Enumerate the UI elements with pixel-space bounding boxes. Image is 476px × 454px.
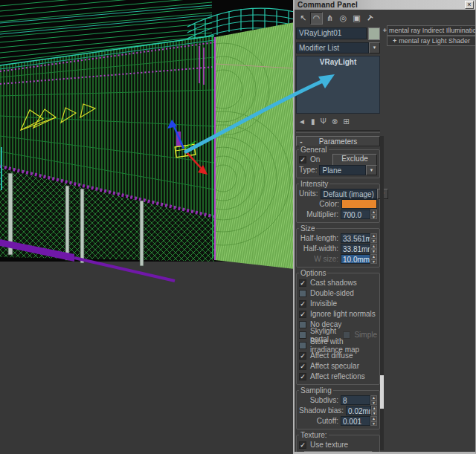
titlebar[interactable]: Command Panel × xyxy=(295,0,475,10)
multiplier-label: Multiplier: xyxy=(306,210,338,218)
half-length-label: Half-length: xyxy=(300,234,338,242)
window-title: Command Panel xyxy=(298,1,465,9)
w-size-field[interactable]: 10.0mm xyxy=(341,254,370,264)
invisible-checkbox[interactable]: ✓ xyxy=(299,300,306,308)
light-color-swatch[interactable] xyxy=(341,199,377,209)
units-dropdown[interactable]: Default (image) ▼ xyxy=(321,189,388,199)
close-button[interactable]: × xyxy=(465,1,474,9)
w-size-spinner[interactable]: ▲▼ xyxy=(370,254,377,264)
size-group: Size Half-length: 33.561mm ▲▼ Half-width… xyxy=(296,228,380,267)
mental-ray-indirect-illumination-rollout[interactable]: + mental ray Indirect Illumination xyxy=(387,25,476,36)
units-label: Units: xyxy=(299,189,318,198)
tab-motion-icon[interactable]: ◎ xyxy=(337,12,350,25)
rollout-title: Parameters xyxy=(306,137,379,146)
configure-modifier-sets-icon[interactable]: ⊞ xyxy=(343,117,349,126)
mental-ray-indirect-label: mental ray Indirect Illumination xyxy=(389,27,476,34)
cast-shadows-label: Cast shadows xyxy=(310,279,357,287)
general-group: General ✓ On Exclude Type: Plane ▼ xyxy=(296,149,380,178)
texture-group: Texture: ✓ Use texture None Resolution: … xyxy=(296,435,380,454)
subdivs-spinner[interactable]: ▲▼ xyxy=(370,395,377,405)
texture-none-button[interactable]: None xyxy=(304,451,373,454)
ignore-light-normals-label: Ignore light normals xyxy=(310,310,376,318)
size-group-label: Size xyxy=(299,224,316,233)
panel-tabs: ↖ ◠ ⋔ ◎ ▣ T xyxy=(296,10,380,27)
plus-icon: + xyxy=(393,37,396,45)
tab-modify-icon[interactable]: ◠ xyxy=(310,12,323,25)
no-decay-checkbox[interactable] xyxy=(299,321,306,328)
object-name-field[interactable]: VRayLight01 xyxy=(296,27,367,39)
multiplier-spinner[interactable]: ▲▼ xyxy=(370,210,377,219)
modifier-stack[interactable]: VRayLight xyxy=(296,56,380,114)
affect-diffuse-label: Affect diffuse xyxy=(310,351,353,360)
intensity-group: Intensity Units: Default (image) ▼ Color… xyxy=(296,184,380,223)
subdivs-label: Subdivs: xyxy=(310,396,338,404)
panel-scrollbar[interactable] xyxy=(380,136,384,450)
command-panel-window: Command Panel × ↖ ◠ ⋔ ◎ ▣ T VRayLight01 … xyxy=(293,0,476,454)
on-label: On xyxy=(310,155,320,163)
cutoff-field[interactable]: 0.001 xyxy=(341,416,370,426)
use-texture-label: Use texture xyxy=(310,441,348,449)
general-group-label: General xyxy=(299,146,329,154)
type-dropdown[interactable]: Plane ▼ xyxy=(319,165,377,175)
texture-group-label: Texture: xyxy=(299,431,329,439)
collapse-icon[interactable]: - xyxy=(297,137,306,146)
make-unique-icon[interactable]: Ψ xyxy=(320,117,326,126)
tab-display-icon[interactable]: ▣ xyxy=(350,12,363,25)
half-length-field[interactable]: 33.561mm xyxy=(341,233,370,243)
shadow-bias-spinner[interactable]: ▲▼ xyxy=(371,406,377,415)
shadow-bias-field[interactable]: 0.02mm xyxy=(346,406,371,415)
invisible-label: Invisible xyxy=(310,299,337,308)
tab-create-icon[interactable]: ↖ xyxy=(297,12,309,25)
affect-diffuse-checkbox[interactable]: ✓ xyxy=(299,352,306,360)
exclude-button[interactable]: Exclude xyxy=(332,154,377,166)
affect-specular-label: Affect specular xyxy=(310,362,359,370)
half-length-spinner[interactable]: ▲▼ xyxy=(370,233,377,243)
options-group: Options ✓Cast shadows Double-sided ✓Invi… xyxy=(296,273,380,385)
multiplier-field[interactable]: 700.0 xyxy=(341,210,370,219)
viewport-wireframe xyxy=(0,0,295,454)
store-irradiance-checkbox[interactable] xyxy=(299,342,306,349)
skylight-portal-checkbox[interactable] xyxy=(299,331,306,339)
options-group-label: Options xyxy=(299,269,327,277)
affect-reflections-label: Affect reflections xyxy=(310,372,365,380)
ignore-light-normals-checkbox[interactable]: ✓ xyxy=(299,311,306,318)
tab-utilities-icon[interactable]: T xyxy=(364,12,376,25)
intensity-group-label: Intensity xyxy=(299,180,329,188)
show-end-result-icon[interactable]: ▮ xyxy=(311,117,315,126)
mental-ray-light-shader-rollout[interactable]: + mental ray Light Shader xyxy=(387,36,476,46)
modifier-list-dropdown[interactable]: Modifier List ▼ xyxy=(296,42,380,53)
cutoff-spinner[interactable]: ▲▼ xyxy=(370,416,377,426)
tab-hierarchy-icon[interactable]: ⋔ xyxy=(324,12,336,25)
stack-item-vraylight[interactable]: VRayLight xyxy=(297,56,379,66)
divider xyxy=(296,130,380,133)
viewport[interactable] xyxy=(0,0,295,454)
double-sided-label: Double-sided xyxy=(310,289,354,297)
cast-shadows-checkbox[interactable]: ✓ xyxy=(299,279,306,287)
half-width-label: Half-width: xyxy=(303,244,338,253)
half-width-field[interactable]: 33.81mm xyxy=(341,244,370,253)
sampling-group-label: Sampling xyxy=(299,386,333,395)
object-color-swatch[interactable] xyxy=(368,27,380,40)
half-width-spinner[interactable]: ▲▼ xyxy=(370,244,377,253)
double-sided-checkbox[interactable] xyxy=(299,290,306,297)
sampling-group: Sampling Subdivs: 8 ▲▼ Shadow bias: 0.02… xyxy=(296,390,380,429)
use-texture-checkbox[interactable]: ✓ xyxy=(299,441,306,449)
chevron-down-icon[interactable]: ▼ xyxy=(366,165,377,175)
color-label: Color: xyxy=(319,200,339,208)
plus-icon: + xyxy=(383,27,387,34)
subdivs-field[interactable]: 8 xyxy=(341,395,370,405)
affect-reflections-checkbox[interactable]: ✓ xyxy=(299,373,306,380)
parameters-rollout-header[interactable]: - Parameters xyxy=(296,136,380,146)
affect-specular-checkbox[interactable]: ✓ xyxy=(299,363,306,370)
remove-modifier-icon[interactable]: ⊗ xyxy=(332,117,338,126)
type-label: Type: xyxy=(299,166,317,174)
mental-ray-shader-label: mental ray Light Shader xyxy=(399,37,470,45)
on-checkbox[interactable]: ✓ xyxy=(299,156,306,163)
pin-stack-icon[interactable]: ◄ xyxy=(298,117,306,126)
stack-toolbar: ◄ ▮ Ψ ⊗ ⊞ xyxy=(296,115,380,128)
w-size-label: W size: xyxy=(314,255,338,263)
chevron-down-icon[interactable]: ▼ xyxy=(369,42,380,53)
type-value: Plane xyxy=(319,165,366,175)
scrollbar-thumb[interactable] xyxy=(380,375,384,409)
shadow-bias-label: Shadow bias: xyxy=(299,406,344,415)
